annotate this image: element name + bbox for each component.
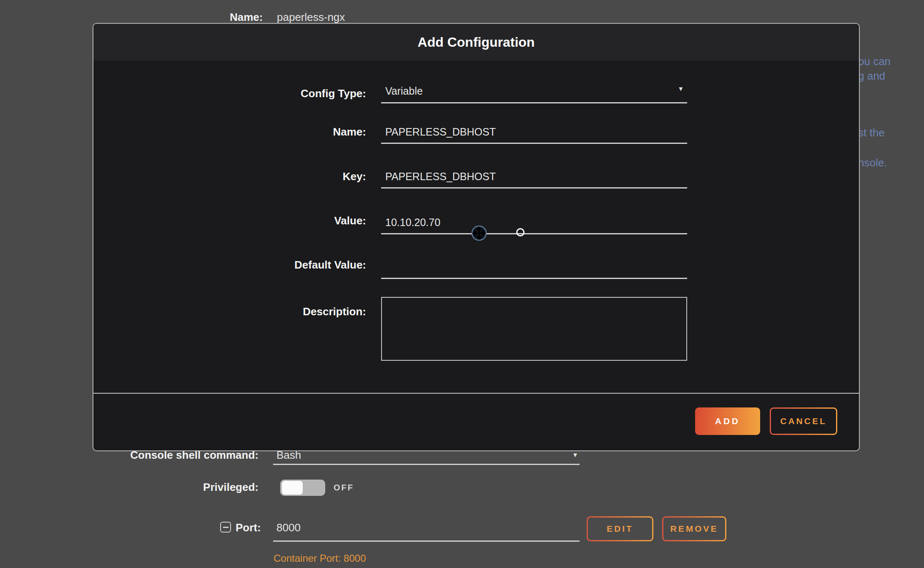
name-label: Name:	[199, 126, 366, 138]
name-field-box	[381, 125, 687, 144]
chevron-down-icon: ▼	[678, 85, 684, 92]
config-type-value: Variable	[385, 85, 423, 97]
click-indicator-icon	[516, 228, 525, 236]
dialog-title: Add Configuration	[418, 35, 535, 50]
description-label: Description:	[199, 305, 366, 318]
help-text-fragment: g and	[858, 69, 924, 83]
port-value[interactable]: 8000	[276, 521, 301, 534]
move-cursor-icon	[471, 225, 487, 241]
container-port-subtext: Container Port: 8000	[274, 553, 366, 564]
edit-button-label: EDIT	[588, 518, 652, 540]
add-button-label: ADD	[715, 416, 741, 426]
dialog-header: Add Configuration	[93, 24, 859, 60]
collapse-icon[interactable]	[220, 522, 231, 533]
key-field-box	[381, 169, 687, 188]
value-field-box	[381, 215, 687, 234]
config-type-label: Config Type:	[199, 87, 366, 100]
privileged-label: Privileged:	[92, 481, 259, 494]
container-name-value: paperless-ngx	[277, 11, 345, 24]
remove-button-label: REMOVE	[663, 518, 725, 540]
description-textarea[interactable]	[381, 297, 687, 361]
key-label: Key:	[199, 170, 366, 183]
console-shell-command-underline	[273, 464, 580, 465]
remove-button[interactable]: REMOVE	[662, 516, 726, 541]
add-button[interactable]: ADD	[695, 407, 760, 435]
config-type-select[interactable]: Variable ▼	[381, 84, 687, 103]
container-name-label: Name:	[230, 11, 263, 24]
cancel-button-label: CANCEL	[771, 409, 836, 434]
default-value-input[interactable]	[381, 260, 687, 278]
key-input[interactable]	[381, 169, 687, 187]
name-input[interactable]	[381, 125, 687, 143]
privileged-state: OFF	[334, 483, 354, 493]
value-input[interactable]	[381, 215, 687, 233]
minus-icon	[223, 527, 228, 528]
toggle-knob-icon	[282, 481, 303, 495]
chevron-down-icon[interactable]: ▼	[572, 451, 578, 458]
default-value-field-box	[381, 260, 687, 279]
value-label: Value:	[199, 214, 366, 227]
help-text-fragment: st the	[858, 126, 924, 139]
help-text-fragment: ou can	[858, 55, 924, 68]
privileged-toggle[interactable]	[280, 480, 325, 496]
footer-divider	[93, 393, 859, 394]
edit-button[interactable]: EDIT	[587, 516, 653, 541]
cancel-button[interactable]: CANCEL	[770, 407, 837, 435]
port-underline	[273, 540, 580, 542]
port-label: Port:	[236, 521, 261, 534]
help-text-fragment: nsole.	[858, 156, 924, 169]
default-value-label: Default Value:	[199, 259, 366, 271]
